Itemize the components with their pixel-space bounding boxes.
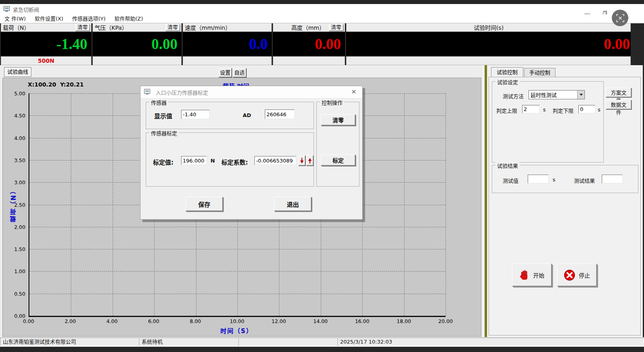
dialog-title: 入口小压力传感器标定 <box>156 89 208 96</box>
sensor-group: 传感器 显示值 AD <box>146 102 314 129</box>
cal-unit-label: N <box>211 158 215 164</box>
x-tick-labels: 0.002.004.006.008.0010.0012.0014.0016.00… <box>29 318 446 325</box>
menu-sensor-options[interactable]: 传感器选项(Y) <box>68 14 110 23</box>
test-result-input[interactable] <box>602 175 623 183</box>
x-tick-label: 18.00 <box>395 318 413 324</box>
arrow-down-icon <box>299 157 304 164</box>
test-settings-group-label: 试验设定 <box>495 78 520 86</box>
y-tick-label: 1.00 <box>4 268 25 274</box>
lower-limit-unit: s <box>598 107 601 113</box>
speed-display: 0.0 <box>183 32 272 56</box>
lower-limit-label: 判定下限 <box>553 107 574 114</box>
test-results-group-label: 试验结果 <box>495 162 520 169</box>
height-value: 0.00 <box>315 35 341 53</box>
gridline-v <box>404 93 405 316</box>
speed-value: 0.0 <box>249 35 268 53</box>
readout-header-load: 载荷（N） 清零 <box>1 23 91 32</box>
tab-manual-control[interactable]: 手动控制 <box>524 68 555 77</box>
stop-icon <box>564 270 575 281</box>
ad-label: AD <box>243 112 251 118</box>
menu-software-settings[interactable]: 软件设置(X) <box>30 14 68 23</box>
cursor-coordinates: X:100.20 Y:20.21 <box>28 81 84 88</box>
dialog-zero-button[interactable]: 清零 <box>321 114 355 126</box>
test-value-label: 测试值 <box>503 177 518 184</box>
load-value: -1.40 <box>56 35 87 53</box>
x-tick-label: 20.00 <box>437 318 454 324</box>
cal-value-input[interactable] <box>181 156 207 165</box>
coef-increase-button[interactable] <box>306 155 314 166</box>
y-tick-label: 1.50 <box>4 246 25 252</box>
chevron-down-icon <box>580 94 583 96</box>
strip-5 <box>346 56 631 65</box>
x-tick-label: 14.00 <box>312 318 329 324</box>
load-display: -1.40 <box>1 32 91 56</box>
ad-value-input[interactable] <box>265 109 295 119</box>
capture-icon <box>616 14 625 23</box>
y-tick-label: 3.00 <box>4 179 25 185</box>
test-time-value: 0.00 <box>604 35 630 53</box>
sensor-group-label: 传感器 <box>149 99 168 106</box>
plan-file-button[interactable]: 方案文件 <box>606 88 632 97</box>
window-title: 紧急切断阀 <box>13 6 39 13</box>
test-settings-group: 试验设定 测试方法 延时性测试 判定上限 s 判定下限 s <box>492 81 604 163</box>
method-label: 测试方法 <box>503 92 524 100</box>
chart-autofit-button[interactable]: 自适 <box>233 68 246 77</box>
x-tick-label: 6.00 <box>145 318 163 324</box>
save-button[interactable]: 保存 <box>186 197 223 211</box>
gridline-v <box>71 93 71 316</box>
x-tick-label: 2.00 <box>62 318 79 324</box>
display-value-input[interactable] <box>181 110 210 119</box>
stop-button[interactable]: 停止 <box>557 263 597 286</box>
y-tick-label: 5.00 <box>4 91 25 97</box>
x-tick-label: 10.00 <box>228 318 246 324</box>
chart-settings-button[interactable]: 设置 <box>219 68 232 77</box>
tab-test-curve[interactable]: 试验曲线 <box>4 67 31 77</box>
exit-button[interactable]: 退出 <box>274 197 312 211</box>
cal-value-label: 标定值: <box>153 158 173 166</box>
x-tick-label: 8.00 <box>186 318 204 324</box>
method-value: 延时性测试 <box>529 91 577 99</box>
dialog-title-bar: 入口小压力传感器标定 × <box>140 86 362 99</box>
sensor-calibration-label: 传感器标定 <box>149 129 179 137</box>
test-value-input[interactable] <box>528 175 549 183</box>
clear-load-button[interactable]: 清零 <box>75 24 90 31</box>
y-tick-label: 4.50 <box>4 113 25 119</box>
method-dropdown[interactable]: 延时性测试 <box>528 90 585 99</box>
upper-limit-input[interactable] <box>522 105 540 113</box>
menu-file[interactable]: 文 件(W) <box>0 14 30 23</box>
control-operations-label: 控制操作 <box>320 99 344 106</box>
height-display: 0.00 <box>273 32 345 56</box>
lower-limit-input[interactable] <box>578 105 595 113</box>
tab-test-control[interactable]: 试验控制 <box>491 67 523 77</box>
readout-header-pressure: 气压（KPa） 清零 <box>93 23 182 32</box>
test-time-label: 试验时间(s) <box>474 23 504 31</box>
data-file-button[interactable]: 数据文件 <box>606 100 632 109</box>
calibration-dialog: 入口小压力传感器标定 × 传感器 显示值 AD 控制操作 清零 标定 传感器标定… <box>140 86 363 220</box>
dialog-close-button[interactable]: × <box>349 86 359 98</box>
upper-limit-label: 判定上限 <box>496 107 517 114</box>
gridline-v <box>113 93 113 316</box>
screen-capture-badge[interactable] <box>612 10 628 26</box>
readout-header-speed: 速度（mm/min） <box>183 23 272 32</box>
start-button[interactable]: 开始 <box>512 263 552 286</box>
application-window: 紧急切断阀 — × 文 件(W) 软件设置(X) 传感器选项(Y) 软件帮助(Z… <box>0 0 644 352</box>
y-tick-labels: 0.000.501.001.502.002.503.003.504.004.50… <box>4 93 27 316</box>
y-tick-label: 3.50 <box>4 157 25 163</box>
coef-input[interactable] <box>254 156 296 165</box>
load-range-note: 500N <box>38 58 54 64</box>
menu-help[interactable]: 软件帮助(Z) <box>110 14 147 23</box>
menu-bar: 文 件(W) 软件设置(X) 传感器选项(Y) 软件帮助(Z) <box>0 14 644 23</box>
pressure-value: 0.00 <box>151 35 178 53</box>
upper-limit-unit: s <box>543 107 546 113</box>
gridline-v <box>446 93 446 316</box>
coef-decrease-button[interactable] <box>298 155 305 166</box>
x-tick-label: 0.00 <box>20 318 37 324</box>
dialog-calibrate-button[interactable]: 标定 <box>321 154 355 166</box>
dropdown-button[interactable] <box>577 91 584 99</box>
y-tick-label: 0.50 <box>4 291 25 297</box>
clear-height-button[interactable]: 清零 <box>329 24 343 31</box>
x-tick-label: 12.00 <box>270 318 288 324</box>
clear-pressure-button[interactable]: 清零 <box>165 24 180 31</box>
status-spare <box>238 338 337 346</box>
start-button-label: 开始 <box>533 271 545 279</box>
